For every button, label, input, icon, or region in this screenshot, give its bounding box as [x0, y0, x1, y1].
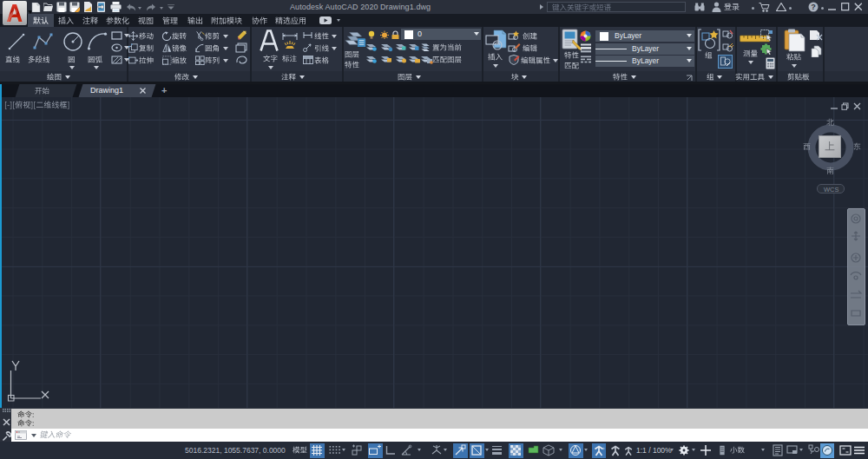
svg-text:?: ?	[811, 3, 816, 11]
